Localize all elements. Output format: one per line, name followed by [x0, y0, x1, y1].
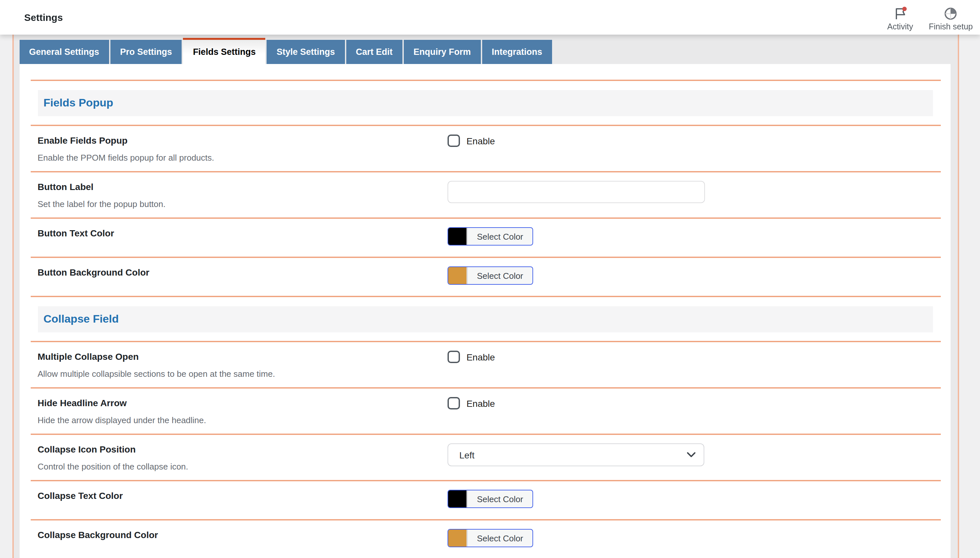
setting-label: Button Label: [38, 181, 447, 193]
select-color-label: Select Color: [468, 267, 533, 284]
collapse-icon-position-select[interactable]: Left: [447, 443, 704, 466]
select-color-label: Select Color: [468, 228, 533, 245]
row-collapse-icon-position: Collapse Icon Position Control the posit…: [19, 435, 950, 480]
enable-toggle[interactable]: Enable: [447, 397, 932, 409]
color-swatch: [448, 228, 468, 245]
setting-label: Collapse Background Color: [38, 529, 447, 542]
settings-card: Fields Popup Enable Fields Popup Enable …: [19, 64, 950, 558]
setting-label: Hide Headline Arrow: [38, 397, 447, 409]
chevron-down-icon: [687, 452, 696, 458]
page: Settings Activity Finish setup General S…: [0, 0, 980, 558]
progress-clock-icon: [944, 7, 958, 21]
button-text-color-picker-button[interactable]: Select Color: [447, 227, 533, 246]
select-color-label: Select Color: [468, 530, 533, 547]
finish-setup-button[interactable]: Finish setup: [929, 3, 973, 31]
row-hide-headline-arrow: Hide Headline Arrow Hide the arrow displ…: [19, 389, 950, 433]
enable-toggle[interactable]: Enable: [447, 351, 932, 363]
setting-label: Collapse Text Color: [38, 490, 447, 502]
row-separator: [30, 296, 941, 297]
tab-label: Enquiry Form: [414, 47, 471, 57]
checkbox-label: Enable: [467, 352, 495, 362]
color-swatch: [448, 267, 468, 284]
checkbox-label: Enable: [467, 398, 495, 409]
tab-general-settings[interactable]: General Settings: [19, 40, 109, 64]
tab-label: Integrations: [492, 47, 542, 57]
color-swatch: [448, 491, 468, 507]
row-collapse-text-color: Collapse Text Color Select Color: [19, 481, 950, 519]
setting-label: Enable Fields Popup: [38, 135, 447, 147]
setting-label: Collapse Icon Position: [38, 443, 447, 456]
select-color-label: Select Color: [468, 491, 533, 507]
select-value: Left: [459, 450, 475, 460]
tab-label: General Settings: [29, 47, 99, 57]
tab-fields-settings[interactable]: Fields Settings: [183, 38, 266, 64]
setting-label: Multiple Collapse Open: [38, 351, 447, 363]
enable-toggle[interactable]: Enable: [447, 135, 932, 147]
tab-label: Fields Settings: [193, 47, 256, 57]
flag-icon: [893, 7, 908, 21]
button-background-color-picker-button[interactable]: Select Color: [447, 266, 533, 285]
row-multiple-collapse-open: Multiple Collapse Open Allow multiple co…: [19, 342, 950, 387]
tab-cart-edit[interactable]: Cart Edit: [346, 40, 403, 64]
header-actions: Activity Finish setup: [887, 3, 973, 31]
row-button-text-color: Button Text Color Select Color: [19, 219, 950, 257]
setting-description: Set the label for the popup button.: [38, 199, 447, 210]
color-swatch: [448, 530, 468, 547]
collapse-text-color-picker-button[interactable]: Select Color: [447, 490, 533, 508]
setting-description: Control the position of the collapse ico…: [38, 461, 447, 473]
activity-label: Activity: [887, 22, 913, 31]
tab-label: Pro Settings: [120, 47, 172, 57]
tab-integrations[interactable]: Integrations: [482, 40, 552, 64]
admin-header: Settings Activity Finish setup: [0, 0, 980, 34]
setting-label: Button Text Color: [38, 227, 447, 240]
setting-label: Button Background Color: [38, 266, 447, 279]
setting-description: Enable the PPOM fields popup for all pro…: [38, 152, 447, 164]
section-title: Collapse Field: [43, 313, 119, 326]
setting-description: Allow multiple collapsible sections to b…: [38, 368, 447, 380]
button-label-input[interactable]: [447, 181, 705, 203]
tab-pro-settings[interactable]: Pro Settings: [110, 40, 182, 64]
settings-tab-bar: General SettingsPro SettingsFields Setti…: [19, 40, 553, 64]
section-title: Fields Popup: [43, 97, 113, 110]
tab-label: Cart Edit: [356, 47, 393, 57]
section-header-collapse-field: Collapse Field: [38, 306, 932, 332]
page-title: Settings: [24, 12, 63, 23]
finish-setup-label: Finish setup: [929, 22, 973, 31]
tab-enquiry-form[interactable]: Enquiry Form: [404, 40, 481, 64]
checkbox-label: Enable: [467, 136, 495, 146]
collapse-background-color-picker-button[interactable]: Select Color: [447, 529, 533, 547]
hide-headline-arrow-checkbox[interactable]: [447, 397, 460, 409]
tab-style-settings[interactable]: Style Settings: [267, 40, 345, 64]
row-separator: [30, 80, 941, 81]
section-header-fields-popup: Fields Popup: [38, 90, 932, 116]
row-enable-fields-popup: Enable Fields Popup Enable the PPOM fiel…: [19, 126, 950, 171]
row-button-background-color: Button Background Color Select Color: [19, 258, 950, 296]
notification-dot: [902, 7, 907, 11]
activity-button[interactable]: Activity: [887, 3, 913, 31]
tab-label: Style Settings: [277, 47, 335, 57]
row-button-label: Button Label Set the label for the popup…: [19, 172, 950, 217]
row-collapse-background-color: Collapse Background Color Select Color: [19, 520, 950, 558]
multiple-collapse-open-checkbox[interactable]: [447, 351, 460, 363]
setting-description: Hide the arrow displayed under the headl…: [38, 415, 447, 427]
enable-fields-popup-checkbox[interactable]: [447, 135, 460, 147]
